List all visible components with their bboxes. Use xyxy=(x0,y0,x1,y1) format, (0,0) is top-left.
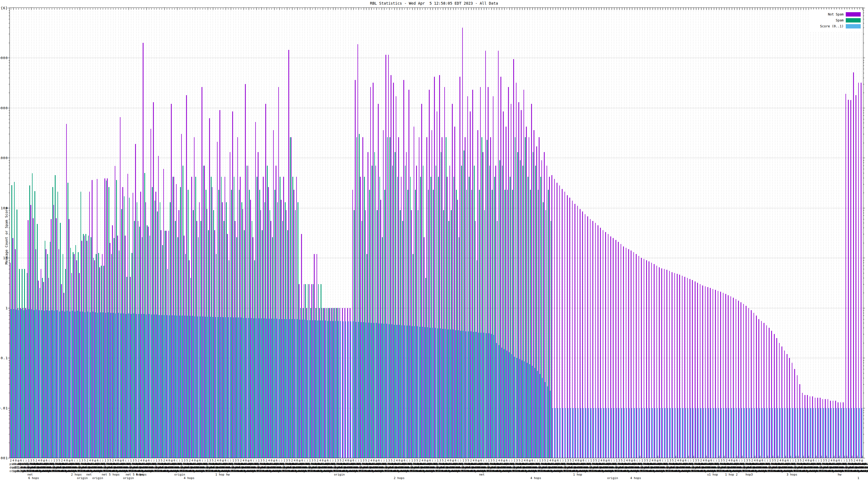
spam-bar xyxy=(308,284,309,458)
y-minor-tick xyxy=(863,113,864,113)
category-slot xyxy=(107,8,109,458)
y-minor-tick xyxy=(863,428,864,428)
category-slot xyxy=(510,8,513,458)
x-tick-label: 4zen.ips.bl.Y.0.2psbl.ddnsbl.ixblix.dnsb… xyxy=(625,459,628,473)
score-bar xyxy=(18,310,19,458)
score-bar xyxy=(218,317,218,458)
score-bar xyxy=(851,408,852,458)
y-minor-tick xyxy=(9,393,10,393)
spam-bar xyxy=(300,308,301,458)
spam-bar xyxy=(50,242,51,458)
category-slot xyxy=(97,8,99,458)
category-slot xyxy=(434,8,436,458)
score-bar xyxy=(557,408,558,458)
category-slot xyxy=(140,8,143,458)
score-bar xyxy=(77,311,78,458)
x-tick-label: 3ix.dnsbl.bl.neturibl.most.bluribl.most.… xyxy=(439,459,441,473)
x-tick-label: @dnsbl.sorbs.hw1.Y.0.2.2.zen1.Y.0.2.2.ze… xyxy=(145,459,148,473)
x-tick-label: )bl.hostkarma.1.1origin.asn.bldnsbl.sorb… xyxy=(153,459,155,473)
x-tick-label: 4zen.ips.bl.Y.0.2psbl.ddnsbl.ixblix.dnsb… xyxy=(472,459,475,473)
category-slot xyxy=(87,8,89,458)
score-bar xyxy=(603,408,604,458)
x-tick-label: 61.Y.0.2.2.zenzen.ips.bl.Y.0.22.2.2.1.1.… xyxy=(710,459,712,473)
spam-bar xyxy=(155,201,155,458)
x-tick-label: 0surbl.multi.bl2.2.2.1.1.Y.Y.0zen.ips.bl… xyxy=(577,459,579,473)
x-tick-label: 3ix.dnsbl.bl.neturibl.most.bluribl.most.… xyxy=(209,459,211,473)
score-bar xyxy=(430,328,431,458)
category-slot xyxy=(843,8,845,458)
x-tick-label: 61.Y.0.2.2.zenzen.ips.bl.Y.0.22.2.2.1.1.… xyxy=(327,459,329,473)
x-tick-label: 12.2.2.1.1.Y.Y.0surbl.multi.blbl.hostkar… xyxy=(590,459,592,473)
x-tick-label: (origin.asn.blix.dnsbl.bl.netpsbl.ddnsbl… xyxy=(457,459,459,473)
spam-bar xyxy=(331,308,332,458)
score-bar xyxy=(325,321,326,458)
x-tick-label: @dnsbl.sorbs.hw1.Y.0.2.2.zen1.Y.0.2.2.ze… xyxy=(299,459,301,473)
spam-bar xyxy=(384,190,385,458)
x-tick-label: 12.2.2.1.1.Y.Y.0surbl.multi.blbl.hostkar… xyxy=(795,459,797,473)
score-bar xyxy=(80,312,81,458)
x-tick-label: 5uribl.most.blbl.hostkarma.1.1surbl.mult… xyxy=(262,459,265,473)
score-bar xyxy=(478,333,479,458)
category-slot xyxy=(247,8,250,458)
x-tick-label: )bl.hostkarma.1.1origin.asn.bldnsbl.sorb… xyxy=(639,459,641,473)
y-minor-tick xyxy=(863,93,864,93)
spam-bar xyxy=(124,196,125,458)
category-slot xyxy=(579,8,582,458)
spam-bar xyxy=(111,254,112,458)
category-slot xyxy=(319,8,321,458)
spam-bar xyxy=(267,166,268,458)
spam-bar xyxy=(160,202,161,458)
x-tick-label: 0surbl.multi.bl2.2.2.1.1.Y.Y.0zen.ips.bl… xyxy=(628,459,631,473)
x-tick-label: 2psbl.ddnsbl.ixbldnsbl.sorbs.hworigin.as… xyxy=(188,459,191,473)
x-tick-label: 12.2.2.1.1.Y.Y.0surbl.multi.blbl.hostkar… xyxy=(104,459,106,473)
x-label-fragment: net xyxy=(479,473,485,476)
x-tick-label: (origin.asn.blix.dnsbl.bl.netpsbl.ddnsbl… xyxy=(661,459,664,473)
category-slot xyxy=(682,8,684,458)
score-bar xyxy=(72,311,73,458)
spam-bar xyxy=(11,185,12,458)
score-bar xyxy=(572,408,574,458)
category-slot xyxy=(493,8,495,458)
score-bar xyxy=(731,408,732,458)
spam-bar xyxy=(282,221,283,458)
category-slot xyxy=(276,8,278,458)
category-slot xyxy=(408,8,411,458)
category-slot xyxy=(646,8,648,458)
x-tick-label: 3ix.dnsbl.bl.neturibl.most.bluribl.most.… xyxy=(695,459,697,473)
spam-bar xyxy=(538,190,539,458)
spam-bar xyxy=(479,190,480,458)
x-tick-label: @dnsbl.sorbs.hw1.Y.0.2.2.zen1.Y.0.2.2.ze… xyxy=(503,459,505,473)
score-bar xyxy=(846,408,847,458)
category-slot xyxy=(741,8,743,458)
category-slot xyxy=(820,8,822,458)
score-bar xyxy=(529,364,530,458)
category-slot xyxy=(337,8,339,458)
score-bar xyxy=(575,408,576,458)
score-bar xyxy=(534,368,535,458)
score-bar xyxy=(251,318,252,458)
x-tick-label: 61.Y.0.2.2.zenzen.ips.bl.Y.0.22.2.2.1.1.… xyxy=(582,459,585,473)
category-slot xyxy=(137,8,140,458)
x-tick-label: 12.2.2.1.1.Y.Y.0surbl.multi.blbl.hostkar… xyxy=(488,459,490,473)
score-bar xyxy=(23,310,24,458)
spam-bar xyxy=(310,308,311,458)
category-slot xyxy=(659,8,661,458)
category-slot xyxy=(498,8,500,458)
x-tick-label: 12.2.2.1.1.Y.Y.0surbl.multi.blbl.hostkar… xyxy=(436,459,439,473)
x-tick-label: 3ix.dnsbl.bl.neturibl.most.bluribl.most.… xyxy=(388,459,390,473)
spam-bar xyxy=(512,190,513,458)
spam-bar xyxy=(482,137,482,458)
y-minor-tick xyxy=(863,328,864,328)
y-minor-tick xyxy=(9,69,10,69)
x-tick-label: 4zen.ips.bl.Y.0.2psbl.ddnsbl.ixblix.dnsb… xyxy=(753,459,756,473)
score-bar xyxy=(256,318,257,458)
category-slot xyxy=(112,8,115,458)
spam-bar xyxy=(459,237,460,458)
category-slot xyxy=(628,8,630,458)
score-bar xyxy=(581,408,581,458)
category-slot xyxy=(786,8,789,458)
score-bar xyxy=(187,316,188,458)
score-bar xyxy=(542,378,543,458)
score-bar xyxy=(338,321,339,458)
category-slot xyxy=(370,8,372,458)
